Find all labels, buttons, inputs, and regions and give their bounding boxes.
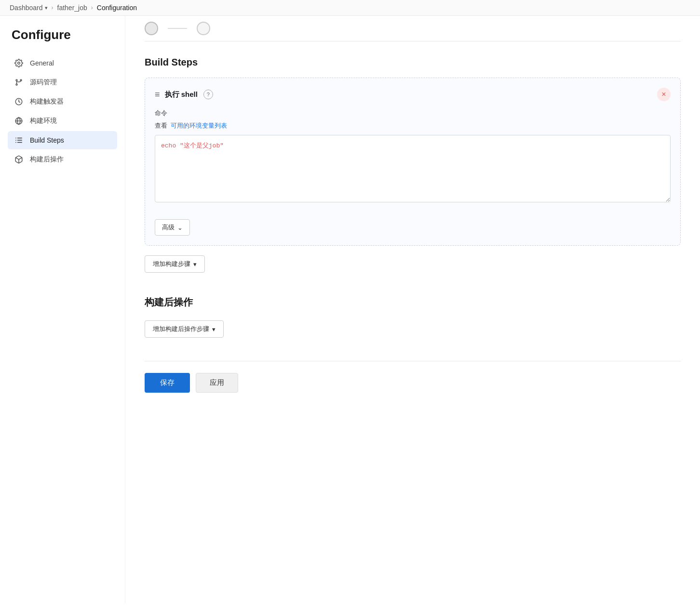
build-steps-title: Build Steps — [145, 57, 681, 68]
svg-point-1 — [16, 79, 17, 81]
add-post-build-button[interactable]: 增加构建后操作步骤 ▾ — [145, 320, 224, 338]
close-icon: × — [661, 90, 666, 99]
sidebar-item-source[interactable]: 源码管理 — [8, 73, 117, 92]
env-variables-link[interactable]: 可用的环境变量列表 — [171, 122, 227, 129]
source-label: 源码管理 — [30, 78, 57, 87]
main-content: Build Steps ≡ 执行 shell ? × 命令 查看 可用的环境变量… — [125, 16, 700, 603]
tab-circle-2 — [197, 22, 210, 35]
dashboard-dropdown-icon: ▾ — [45, 5, 48, 11]
dashboard-breadcrumb[interactable]: Dashboard ▾ — [10, 4, 48, 12]
breadcrumb-sep-2: › — [91, 4, 93, 11]
box-icon — [13, 155, 24, 164]
save-button[interactable]: 保存 — [145, 373, 190, 393]
svg-point-2 — [16, 84, 17, 85]
advanced-arrow-icon: ⌄ — [177, 224, 183, 231]
svg-point-0 — [18, 62, 20, 65]
sidebar: Configure General 源码管理 — [0, 16, 125, 603]
step-close-button[interactable]: × — [657, 88, 671, 101]
globe-icon — [13, 117, 24, 125]
build-steps-label: Build Steps — [30, 136, 64, 144]
sidebar-item-triggers[interactable]: 构建触发器 — [8, 93, 117, 111]
help-icon[interactable]: ? — [203, 90, 213, 99]
shell-command-input[interactable]: echo "这个是父job" — [155, 135, 671, 202]
list-icon — [13, 136, 24, 145]
env-label: 构建环境 — [30, 117, 57, 125]
drag-handle-icon[interactable]: ≡ — [155, 90, 160, 100]
add-build-step-button[interactable]: 增加构建步骤 ▾ — [145, 255, 205, 273]
page-footer: CSDN @敲代码敲到头发茂密 — [0, 603, 700, 609]
env-link-row: 查看 可用的环境变量列表 — [155, 121, 671, 130]
tabs-area — [145, 16, 681, 41]
branch-icon — [13, 78, 24, 87]
post-build-title: 构建后操作 — [145, 296, 681, 309]
svg-rect-10 — [15, 140, 16, 141]
tab-connector-1 — [168, 28, 187, 29]
tab-circle-1 — [145, 22, 158, 35]
sidebar-title: Configure — [8, 27, 117, 42]
sidebar-item-build-steps[interactable]: Build Steps — [8, 131, 117, 149]
breadcrumb-sep-1: › — [52, 4, 54, 11]
current-breadcrumb: Configuration — [97, 4, 137, 12]
main-layout: Configure General 源码管理 — [0, 16, 700, 603]
step-header: ≡ 执行 shell ? × — [155, 88, 671, 101]
sidebar-item-general[interactable]: General — [8, 54, 117, 72]
svg-rect-11 — [15, 142, 16, 143]
post-build-section: 构建后操作 增加构建后操作步骤 ▾ — [145, 296, 681, 338]
step-name-label: 执行 shell — [165, 90, 198, 99]
add-step-label: 增加构建步骤 — [153, 260, 190, 268]
advanced-label: 高级 — [162, 223, 175, 232]
svg-rect-9 — [15, 138, 16, 139]
add-post-label: 增加构建后操作步骤 — [153, 325, 209, 333]
advanced-button[interactable]: 高级 ⌄ — [155, 219, 190, 236]
sidebar-item-env[interactable]: 构建环境 — [8, 112, 117, 130]
clock-icon — [13, 97, 24, 106]
add-post-arrow-icon: ▾ — [212, 326, 215, 333]
apply-button[interactable]: 应用 — [196, 373, 238, 393]
breadcrumb-bar: Dashboard ▾ › father_job › Configuration — [0, 0, 700, 16]
shell-step-card: ≡ 执行 shell ? × 命令 查看 可用的环境变量列表 echo "这个是… — [145, 78, 681, 246]
sidebar-item-post-build[interactable]: 构建后操作 — [8, 150, 117, 169]
post-build-label: 构建后操作 — [30, 155, 64, 164]
command-label: 命令 — [155, 109, 671, 118]
job-breadcrumb[interactable]: father_job — [57, 4, 87, 12]
add-step-arrow-icon: ▾ — [193, 261, 197, 268]
general-label: General — [30, 59, 54, 67]
build-steps-section: Build Steps ≡ 执行 shell ? × 命令 查看 可用的环境变量… — [145, 57, 681, 273]
form-actions: 保存 应用 — [145, 361, 681, 393]
env-text: 查看 — [155, 122, 167, 129]
dashboard-label: Dashboard — [10, 4, 43, 12]
gear-icon — [13, 59, 24, 67]
triggers-label: 构建触发器 — [30, 97, 64, 106]
